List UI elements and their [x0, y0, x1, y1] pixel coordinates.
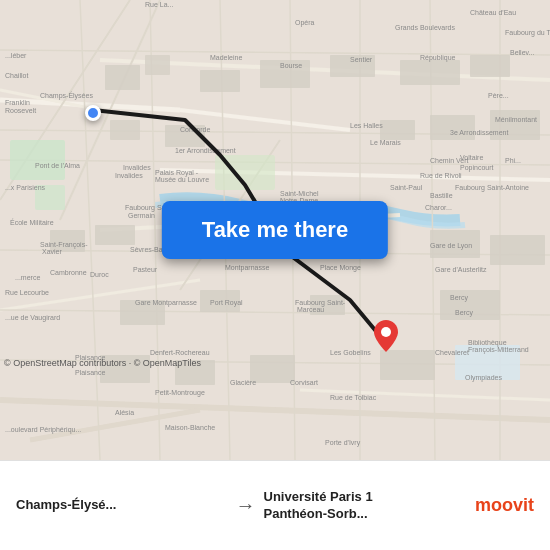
- svg-text:Champs-Élysées: Champs-Élysées: [40, 91, 93, 100]
- origin-name: Champs-Élysé...: [16, 497, 116, 514]
- svg-text:Château d'Eau: Château d'Eau: [470, 9, 516, 16]
- svg-text:François-Mitterrand: François-Mitterrand: [468, 346, 529, 354]
- svg-text:Père...: Père...: [488, 92, 509, 99]
- svg-text:Rue de Tolbiac: Rue de Tolbiac: [330, 394, 377, 401]
- map-container: Rue La... Opéra Grands Boulevards Châtea…: [0, 0, 550, 460]
- svg-text:Petit-Montrouge: Petit-Montrouge: [155, 389, 205, 397]
- svg-text:Olympiades: Olympiades: [465, 374, 502, 382]
- svg-text:Grands Boulevards: Grands Boulevards: [395, 24, 455, 31]
- svg-text:Bercy: Bercy: [455, 309, 473, 317]
- svg-rect-53: [250, 355, 295, 383]
- svg-text:Saint-Michel: Saint-Michel: [280, 190, 319, 197]
- svg-text:Les Gobelins: Les Gobelins: [330, 349, 371, 356]
- svg-rect-43: [95, 225, 135, 245]
- svg-text:Chemin Vert: Chemin Vert: [430, 157, 469, 164]
- svg-text:Duroc: Duroc: [90, 271, 109, 278]
- svg-rect-30: [105, 65, 140, 90]
- svg-text:Corvisart: Corvisart: [290, 379, 318, 386]
- svg-text:Bastille: Bastille: [430, 192, 453, 199]
- svg-text:Place Monge: Place Monge: [320, 264, 361, 272]
- svg-text:Xavier: Xavier: [42, 248, 63, 255]
- svg-text:Rue de Rivoli: Rue de Rivoli: [420, 172, 462, 179]
- svg-text:Denfert-Rochereau: Denfert-Rochereau: [150, 349, 210, 356]
- destination-station: Université Paris 1 Panthéon-Sorb...: [264, 489, 476, 523]
- svg-text:Madeleine: Madeleine: [210, 54, 242, 61]
- arrow-icon: →: [236, 494, 256, 517]
- svg-text:Bercy: Bercy: [450, 294, 468, 302]
- svg-rect-35: [400, 60, 460, 85]
- destination-marker: [374, 320, 398, 352]
- svg-text:...ue de Vaugirard: ...ue de Vaugirard: [5, 314, 60, 322]
- svg-text:Montparnasse: Montparnasse: [225, 264, 269, 272]
- svg-text:Saint-Paul: Saint-Paul: [390, 184, 423, 191]
- svg-rect-31: [145, 55, 170, 75]
- svg-text:Gare Montparnasse: Gare Montparnasse: [135, 299, 197, 307]
- svg-text:Le Marais: Le Marais: [370, 139, 401, 146]
- origin-station: Champs-Élysé...: [16, 497, 228, 514]
- svg-text:Pont de l'Alma: Pont de l'Alma: [35, 162, 80, 169]
- svg-text:Chaillot: Chaillot: [5, 72, 28, 79]
- svg-rect-54: [380, 350, 435, 380]
- svg-text:Gare de Lyon: Gare de Lyon: [430, 242, 472, 250]
- svg-text:Germain: Germain: [128, 212, 155, 219]
- svg-text:Les Halles: Les Halles: [350, 122, 383, 129]
- svg-rect-37: [110, 120, 140, 140]
- svg-text:...oulevard Périphériqu...: ...oulevard Périphériqu...: [5, 426, 81, 434]
- svg-text:Invalides: Invalides: [115, 172, 143, 179]
- svg-text:Invalides: Invalides: [123, 164, 151, 171]
- svg-text:...x Parisiens: ...x Parisiens: [5, 184, 46, 191]
- svg-text:Alésia: Alésia: [115, 409, 134, 416]
- svg-text:Ménilmontant: Ménilmontant: [495, 116, 537, 123]
- svg-text:Gare d'Austerlitz: Gare d'Austerlitz: [435, 266, 487, 273]
- svg-text:Marceau: Marceau: [297, 306, 324, 313]
- origin-marker: [85, 105, 101, 121]
- svg-rect-29: [215, 155, 275, 190]
- svg-text:...léber: ...léber: [5, 52, 27, 59]
- svg-text:Faubourg du Temple: Faubourg du Temple: [505, 29, 550, 37]
- svg-text:...merce: ...merce: [15, 274, 40, 281]
- svg-rect-36: [470, 55, 510, 77]
- svg-text:Roosevelt: Roosevelt: [5, 107, 36, 114]
- bottom-bar: Champs-Élysé... → Université Paris 1 Pan…: [0, 460, 550, 550]
- svg-text:République: République: [420, 54, 456, 62]
- svg-rect-40: [430, 115, 475, 140]
- svg-text:Charor...: Charor...: [425, 204, 452, 211]
- svg-text:Bourse: Bourse: [280, 62, 302, 69]
- svg-text:Port Royal: Port Royal: [210, 299, 243, 307]
- svg-text:Porte d'Ivry: Porte d'Ivry: [325, 439, 361, 447]
- svg-text:Phi...: Phi...: [505, 157, 521, 164]
- moovit-text: moovit: [475, 495, 534, 516]
- svg-text:Cambronne: Cambronne: [50, 269, 87, 276]
- destination-name: Université Paris 1 Panthéon-Sorb...: [264, 489, 404, 523]
- svg-text:Faubourg Saint-Antoine: Faubourg Saint-Antoine: [455, 184, 529, 192]
- moovit-logo: moovit: [475, 495, 534, 516]
- svg-text:Rue Lecourbe: Rue Lecourbe: [5, 289, 49, 296]
- svg-rect-27: [10, 140, 65, 180]
- map-attribution: © OpenStreetMap contributors · © OpenMap…: [4, 358, 201, 368]
- svg-text:Concorde: Concorde: [180, 126, 210, 133]
- svg-text:Opéra: Opéra: [295, 19, 315, 27]
- svg-text:Franklin: Franklin: [5, 99, 30, 106]
- svg-text:Musée du Louvre: Musée du Louvre: [155, 176, 209, 183]
- svg-text:Popincourt: Popincourt: [460, 164, 494, 172]
- svg-text:Chevaleret: Chevaleret: [435, 349, 469, 356]
- take-me-there-button[interactable]: Take me there: [162, 201, 388, 259]
- svg-rect-46: [490, 235, 545, 265]
- svg-point-134: [381, 327, 391, 337]
- svg-text:Rue La...: Rue La...: [145, 1, 173, 8]
- svg-text:École Militaire: École Militaire: [10, 218, 54, 226]
- svg-text:Plaisance: Plaisance: [75, 369, 105, 376]
- svg-text:Sentier: Sentier: [350, 56, 373, 63]
- svg-rect-39: [380, 120, 415, 140]
- svg-text:Maison-Blanche: Maison-Blanche: [165, 424, 215, 431]
- svg-text:1er Arrondissement: 1er Arrondissement: [175, 147, 236, 154]
- svg-text:Bellev...: Bellev...: [510, 49, 534, 56]
- svg-rect-32: [200, 70, 240, 92]
- svg-text:Glacière: Glacière: [230, 379, 256, 386]
- svg-text:Pasteur: Pasteur: [133, 266, 158, 273]
- svg-text:3e Arrondissement: 3e Arrondissement: [450, 129, 508, 136]
